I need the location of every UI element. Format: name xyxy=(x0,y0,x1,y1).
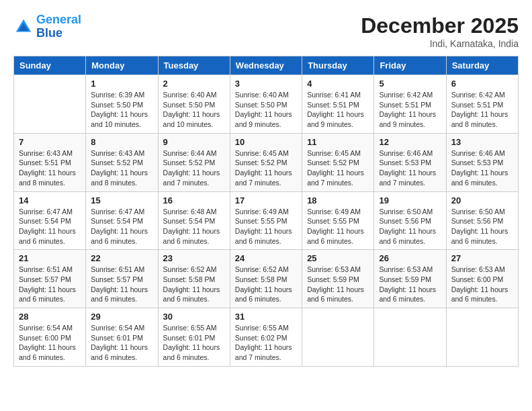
day-number: 23 xyxy=(163,253,225,263)
day-number: 1 xyxy=(91,79,152,89)
day-number: 25 xyxy=(307,253,369,263)
calendar-table: SundayMondayTuesdayWednesdayThursdayFrid… xyxy=(13,56,519,367)
calendar-cell: 22Sunrise: 6:51 AMSunset: 5:57 PMDayligh… xyxy=(86,250,158,308)
day-number: 18 xyxy=(307,195,369,205)
calendar-cell: 3Sunrise: 6:40 AMSunset: 5:50 PMDaylight… xyxy=(230,75,302,134)
calendar-cell: 20Sunrise: 6:50 AMSunset: 5:56 PMDayligh… xyxy=(446,191,518,250)
day-number: 30 xyxy=(163,312,225,322)
calendar-cell: 15Sunrise: 6:47 AMSunset: 5:54 PMDayligh… xyxy=(86,191,158,250)
day-info: Sunrise: 6:48 AMSunset: 5:54 PMDaylight:… xyxy=(163,207,225,246)
day-number: 5 xyxy=(379,79,441,89)
day-number: 13 xyxy=(451,137,513,147)
calendar-cell: 19Sunrise: 6:50 AMSunset: 5:56 PMDayligh… xyxy=(374,191,446,250)
day-info: Sunrise: 6:50 AMSunset: 5:56 PMDaylight:… xyxy=(379,207,441,246)
calendar-cell: 21Sunrise: 6:51 AMSunset: 5:57 PMDayligh… xyxy=(14,250,86,308)
calendar-cell: 27Sunrise: 6:53 AMSunset: 6:00 PMDayligh… xyxy=(446,250,518,308)
day-info: Sunrise: 6:47 AMSunset: 5:54 PMDaylight:… xyxy=(19,207,81,246)
logo-text: General Blue xyxy=(36,13,81,40)
calendar-cell: 16Sunrise: 6:48 AMSunset: 5:54 PMDayligh… xyxy=(158,191,230,250)
day-number: 10 xyxy=(235,137,297,147)
calendar-cell: 2Sunrise: 6:40 AMSunset: 5:50 PMDaylight… xyxy=(158,75,230,134)
day-info: Sunrise: 6:54 AMSunset: 6:00 PMDaylight:… xyxy=(19,323,81,363)
month-title: December 2025 xyxy=(361,13,519,38)
day-info: Sunrise: 6:51 AMSunset: 5:57 PMDaylight:… xyxy=(19,265,81,304)
day-info: Sunrise: 6:47 AMSunset: 5:54 PMDaylight:… xyxy=(91,207,152,246)
calendar-cell: 23Sunrise: 6:52 AMSunset: 5:58 PMDayligh… xyxy=(158,250,230,308)
day-info: Sunrise: 6:55 AMSunset: 6:02 PMDaylight:… xyxy=(235,323,297,363)
calendar-cell: 31Sunrise: 6:55 AMSunset: 6:02 PMDayligh… xyxy=(230,308,302,367)
day-info: Sunrise: 6:46 AMSunset: 5:53 PMDaylight:… xyxy=(451,148,513,188)
calendar-cell: 4Sunrise: 6:41 AMSunset: 5:51 PMDaylight… xyxy=(302,75,374,134)
calendar-cell xyxy=(14,75,86,134)
calendar-cell: 14Sunrise: 6:47 AMSunset: 5:54 PMDayligh… xyxy=(14,191,86,250)
day-number: 3 xyxy=(235,79,297,89)
day-info: Sunrise: 6:41 AMSunset: 5:51 PMDaylight:… xyxy=(307,90,369,130)
day-number: 2 xyxy=(163,79,225,89)
day-info: Sunrise: 6:52 AMSunset: 5:58 PMDaylight:… xyxy=(235,265,297,304)
calendar-cell: 1Sunrise: 6:39 AMSunset: 5:50 PMDaylight… xyxy=(86,75,158,134)
calendar-cell xyxy=(374,308,446,367)
calendar-week-3: 14Sunrise: 6:47 AMSunset: 5:54 PMDayligh… xyxy=(14,191,519,250)
calendar-cell: 30Sunrise: 6:55 AMSunset: 6:01 PMDayligh… xyxy=(158,308,230,367)
day-number: 16 xyxy=(163,195,225,205)
day-info: Sunrise: 6:45 AMSunset: 5:52 PMDaylight:… xyxy=(235,148,297,188)
day-number: 14 xyxy=(19,195,81,205)
calendar-cell: 5Sunrise: 6:42 AMSunset: 5:51 PMDaylight… xyxy=(374,75,446,134)
day-info: Sunrise: 6:53 AMSunset: 5:59 PMDaylight:… xyxy=(307,265,369,304)
day-number: 15 xyxy=(91,195,152,205)
calendar-cell: 18Sunrise: 6:49 AMSunset: 5:55 PMDayligh… xyxy=(302,191,374,250)
day-number: 8 xyxy=(91,137,152,147)
calendar-cell: 17Sunrise: 6:49 AMSunset: 5:55 PMDayligh… xyxy=(230,191,302,250)
day-number: 4 xyxy=(307,79,369,89)
calendar-cell: 7Sunrise: 6:43 AMSunset: 5:51 PMDaylight… xyxy=(14,133,86,191)
day-info: Sunrise: 6:43 AMSunset: 5:52 PMDaylight:… xyxy=(91,148,152,188)
calendar-week-1: 1Sunrise: 6:39 AMSunset: 5:50 PMDaylight… xyxy=(14,75,519,134)
day-info: Sunrise: 6:46 AMSunset: 5:53 PMDaylight:… xyxy=(379,148,441,188)
day-number: 26 xyxy=(379,253,441,263)
calendar-week-5: 28Sunrise: 6:54 AMSunset: 6:00 PMDayligh… xyxy=(14,308,519,367)
calendar-cell: 8Sunrise: 6:43 AMSunset: 5:52 PMDaylight… xyxy=(86,133,158,191)
calendar-cell xyxy=(302,308,374,367)
calendar-week-2: 7Sunrise: 6:43 AMSunset: 5:51 PMDaylight… xyxy=(14,133,519,191)
calendar-cell: 29Sunrise: 6:54 AMSunset: 6:01 PMDayligh… xyxy=(86,308,158,367)
logo: General Blue xyxy=(13,13,81,40)
weekday-header-friday: Friday xyxy=(374,56,446,75)
day-number: 17 xyxy=(235,195,297,205)
day-number: 7 xyxy=(19,137,81,147)
day-info: Sunrise: 6:49 AMSunset: 5:55 PMDaylight:… xyxy=(307,207,369,246)
weekday-header-monday: Monday xyxy=(86,56,158,75)
calendar-cell: 26Sunrise: 6:53 AMSunset: 5:59 PMDayligh… xyxy=(374,250,446,308)
day-number: 31 xyxy=(235,312,297,322)
day-number: 21 xyxy=(19,253,81,263)
day-info: Sunrise: 6:40 AMSunset: 5:50 PMDaylight:… xyxy=(163,90,225,130)
calendar-cell: 24Sunrise: 6:52 AMSunset: 5:58 PMDayligh… xyxy=(230,250,302,308)
day-info: Sunrise: 6:45 AMSunset: 5:52 PMDaylight:… xyxy=(307,148,369,188)
day-number: 12 xyxy=(379,137,441,147)
day-info: Sunrise: 6:44 AMSunset: 5:52 PMDaylight:… xyxy=(163,148,225,188)
day-number: 19 xyxy=(379,195,441,205)
day-info: Sunrise: 6:51 AMSunset: 5:57 PMDaylight:… xyxy=(91,265,152,304)
weekday-header-tuesday: Tuesday xyxy=(158,56,230,75)
weekday-header-wednesday: Wednesday xyxy=(230,56,302,75)
location-subtitle: Indi, Karnataka, India xyxy=(361,38,519,49)
calendar-cell: 28Sunrise: 6:54 AMSunset: 6:00 PMDayligh… xyxy=(14,308,86,367)
day-info: Sunrise: 6:39 AMSunset: 5:50 PMDaylight:… xyxy=(91,90,152,130)
calendar-cell: 12Sunrise: 6:46 AMSunset: 5:53 PMDayligh… xyxy=(374,133,446,191)
day-number: 11 xyxy=(307,137,369,147)
day-info: Sunrise: 6:53 AMSunset: 5:59 PMDaylight:… xyxy=(379,265,441,304)
day-info: Sunrise: 6:49 AMSunset: 5:55 PMDaylight:… xyxy=(235,207,297,246)
calendar-cell: 11Sunrise: 6:45 AMSunset: 5:52 PMDayligh… xyxy=(302,133,374,191)
day-number: 27 xyxy=(451,253,513,263)
calendar-cell: 25Sunrise: 6:53 AMSunset: 5:59 PMDayligh… xyxy=(302,250,374,308)
day-info: Sunrise: 6:43 AMSunset: 5:51 PMDaylight:… xyxy=(19,148,81,188)
calendar-cell xyxy=(446,308,518,367)
day-info: Sunrise: 6:52 AMSunset: 5:58 PMDaylight:… xyxy=(163,265,225,304)
day-info: Sunrise: 6:54 AMSunset: 6:01 PMDaylight:… xyxy=(91,323,152,363)
day-number: 22 xyxy=(91,253,152,263)
day-info: Sunrise: 6:42 AMSunset: 5:51 PMDaylight:… xyxy=(379,90,441,130)
day-number: 6 xyxy=(451,79,513,89)
page-header: General Blue December 2025 Indi, Karnata… xyxy=(13,13,519,49)
title-block: December 2025 Indi, Karnataka, India xyxy=(361,13,519,49)
calendar-cell: 9Sunrise: 6:44 AMSunset: 5:52 PMDaylight… xyxy=(158,133,230,191)
day-info: Sunrise: 6:53 AMSunset: 6:00 PMDaylight:… xyxy=(451,265,513,304)
